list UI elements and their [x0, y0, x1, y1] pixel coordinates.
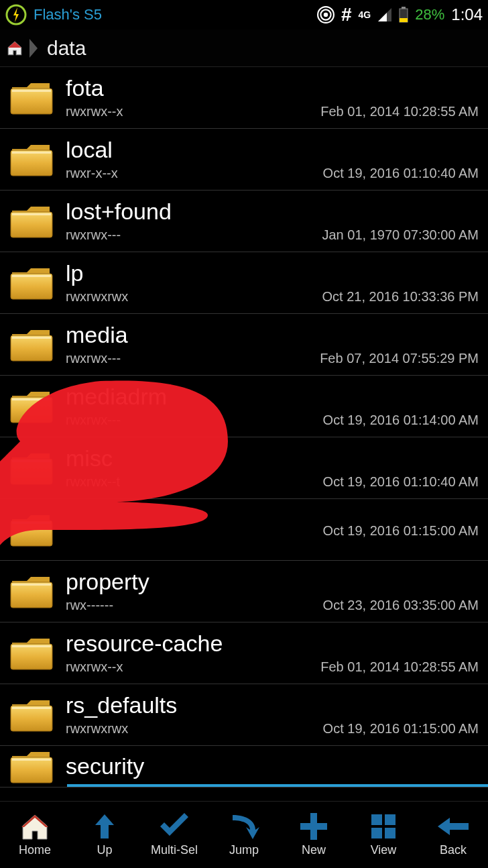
hash-icon: #	[341, 4, 352, 25]
svg-rect-33	[371, 828, 382, 838]
item-permissions: rwxrwx--x	[66, 659, 123, 675]
bottom-toolbar: Home Up Multi-Sel Jump New View Back	[0, 801, 488, 868]
list-item[interactable]: lp rwxrwxrwx Oct 21, 2016 10:33:36 PM	[0, 252, 488, 314]
view-button[interactable]: View	[349, 802, 418, 868]
view-label: View	[371, 843, 397, 857]
folder-icon	[9, 636, 54, 671]
svg-rect-10	[12, 152, 51, 154]
item-permissions: rwxrwx---	[66, 227, 121, 243]
item-permissions: rwxrwx---	[66, 351, 121, 366]
svg-rect-20	[12, 460, 51, 462]
list-item[interactable]: misc rwxrwx--t Oct 19, 2016 01:10:40 AM	[0, 437, 488, 499]
jump-label: Jump	[229, 843, 259, 857]
svg-rect-13	[11, 274, 52, 299]
list-item[interactable]: resource-cache rwxrwx--x Feb 01, 2014 10…	[0, 622, 488, 684]
jump-button[interactable]: Jump	[209, 802, 279, 868]
item-name: resource-cache	[66, 631, 479, 656]
svg-rect-8	[12, 90, 51, 92]
breadcrumb-current[interactable]: data	[47, 37, 86, 60]
folder-icon	[9, 451, 54, 486]
grid-icon	[366, 812, 401, 840]
svg-rect-11	[11, 212, 52, 237]
folder-icon	[9, 80, 54, 115]
item-date: Oct 19, 2016 01:10:40 AM	[323, 166, 479, 181]
item-permissions: rwxr-x--x	[66, 166, 118, 181]
svg-rect-25	[11, 644, 52, 669]
breadcrumb: data	[0, 30, 488, 67]
svg-rect-34	[385, 828, 395, 838]
list-item[interactable]: security	[0, 746, 488, 788]
item-date: Oct 23, 2016 03:35:00 AM	[323, 598, 479, 613]
check-icon	[157, 812, 192, 840]
new-button[interactable]: New	[279, 802, 349, 868]
svg-rect-7	[11, 89, 52, 114]
item-date: Feb 07, 2014 07:55:29 PM	[320, 351, 479, 366]
svg-rect-24	[12, 584, 51, 586]
flash-icon	[5, 4, 27, 25]
folder-icon	[9, 204, 54, 239]
svg-rect-9	[11, 150, 52, 176]
list-item[interactable]: local rwxr-x--x Oct 19, 2016 01:10:40 AM	[0, 129, 488, 191]
item-date: Oct 19, 2016 01:15:00 AM	[323, 721, 479, 737]
list-item[interactable]: property rwx------ Oct 23, 2016 03:35:00…	[0, 561, 488, 622]
item-name: mediadrm	[66, 384, 479, 409]
item-date: Feb 01, 2014 10:28:55 AM	[320, 659, 479, 675]
item-name: fota	[66, 76, 479, 101]
folder-icon	[9, 698, 54, 733]
svg-rect-27	[11, 706, 52, 731]
svg-rect-14	[12, 275, 51, 277]
svg-rect-29	[11, 757, 52, 783]
folder-icon	[9, 142, 54, 177]
folder-icon	[9, 266, 54, 301]
svg-rect-15	[11, 335, 52, 361]
svg-rect-26	[12, 645, 51, 647]
folder-icon	[9, 749, 54, 784]
item-name: property	[66, 569, 479, 594]
item-permissions: rwxrwx---	[66, 413, 121, 428]
home-button[interactable]: Home	[0, 802, 70, 868]
status-bar: Flash's S5 # 4G 28% 1:04	[0, 0, 488, 30]
back-button[interactable]: Back	[418, 802, 488, 868]
hotspot-icon	[317, 6, 334, 23]
item-name: lp	[66, 261, 479, 286]
home-label: Home	[19, 843, 51, 857]
list-item[interactable]: Oct 19, 2016 01:15:00 AM	[0, 499, 488, 561]
svg-rect-17	[11, 397, 52, 423]
up-label: Up	[97, 843, 112, 857]
svg-rect-23	[11, 582, 52, 608]
home-icon[interactable]	[5, 39, 24, 58]
item-date: Jan 01, 1970 07:30:00 AM	[322, 227, 479, 243]
svg-rect-18	[12, 398, 51, 400]
svg-point-1	[324, 13, 328, 17]
list-item[interactable]: rs_defaults rwxrwxrwx Oct 19, 2016 01:15…	[0, 684, 488, 746]
folder-icon	[9, 327, 54, 362]
list-item[interactable]: fota rwxrwx--x Feb 01, 2014 10:28:55 AM	[0, 67, 488, 129]
item-name: media	[66, 323, 479, 347]
file-list: fota rwxrwx--x Feb 01, 2014 10:28:55 AM …	[0, 67, 488, 788]
item-date: Oct 19, 2016 01:14:00 AM	[323, 413, 479, 428]
list-item[interactable]: lost+found rwxrwx--- Jan 01, 1970 07:30:…	[0, 191, 488, 252]
svg-rect-28	[12, 707, 51, 709]
signal-icon	[377, 7, 392, 22]
item-name: misc	[66, 446, 479, 471]
list-item[interactable]: media rwxrwx--- Feb 07, 2014 07:55:29 PM	[0, 314, 488, 376]
list-item[interactable]: mediadrm rwxrwx--- Oct 19, 2016 01:14:00…	[0, 376, 488, 437]
battery-icon	[399, 7, 408, 23]
item-permissions: rwx------	[66, 598, 113, 613]
back-label: Back	[440, 843, 467, 857]
svg-rect-16	[12, 337, 51, 339]
item-permissions: rwxrwxrwx	[66, 289, 128, 305]
folder-icon	[9, 574, 54, 609]
battery-percent: 28%	[415, 6, 444, 23]
clock: 1:04	[451, 5, 483, 24]
back-arrow-icon	[436, 812, 471, 840]
item-name: local	[66, 138, 479, 162]
svg-rect-31	[371, 814, 382, 825]
multisel-button[interactable]: Multi-Sel	[139, 802, 209, 868]
network-label: 4G	[359, 9, 371, 20]
house-icon	[17, 812, 52, 840]
item-date: Oct 19, 2016 01:10:40 AM	[323, 474, 479, 490]
item-permissions: rwxrwxrwx	[66, 721, 128, 737]
up-button[interactable]: Up	[70, 802, 139, 868]
multisel-label: Multi-Sel	[151, 843, 198, 857]
